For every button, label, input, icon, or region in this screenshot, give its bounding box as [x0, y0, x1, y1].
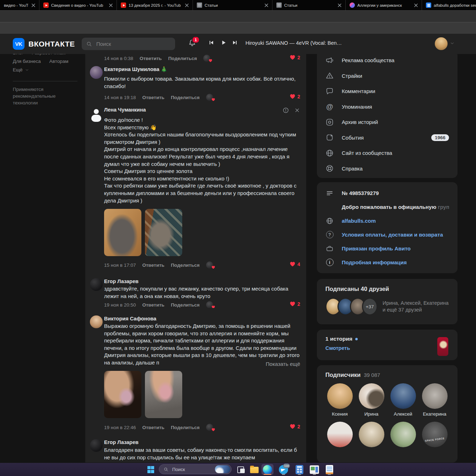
- menu-item-events[interactable]: События 1966: [317, 130, 458, 146]
- avatar[interactable]: [90, 278, 103, 291]
- notepad-button[interactable]: [323, 464, 335, 475]
- browser-tab[interactable]: 13 декабря 2025 г. - YouTub: [117, 0, 193, 10]
- like-button[interactable]: 2: [290, 54, 300, 60]
- notifications-button[interactable]: 1: [188, 38, 198, 49]
- sidebar-link-business[interactable]: Для бизнеса: [13, 59, 41, 64]
- now-playing-track[interactable]: Hiroyuki SAWANO — 4eVR (Vocal: Ben…: [245, 40, 363, 46]
- share-button[interactable]: Поделиться: [168, 56, 197, 61]
- comment-date[interactable]: 15 ноя в 17:07: [104, 263, 136, 268]
- subscriber-avatar[interactable]: [327, 422, 353, 447]
- reply-button[interactable]: Ответить: [142, 95, 164, 100]
- photo-attachment[interactable]: [145, 209, 182, 256]
- subscriber[interactable]: [356, 422, 387, 447]
- like-button[interactable]: 2: [290, 423, 300, 429]
- community-details-row[interactable]: i Подробная информация: [317, 255, 458, 269]
- comment-date[interactable]: 19 ноя в 22:46: [104, 425, 136, 430]
- browser-tab[interactable]: Статьи: [272, 0, 346, 10]
- share-button[interactable]: Поделиться: [171, 302, 200, 308]
- share-button[interactable]: Поделиться: [171, 425, 200, 430]
- avatar[interactable]: [90, 315, 103, 328]
- like-button[interactable]: 2: [290, 93, 300, 99]
- sidebar-more[interactable]: Ещё: [13, 67, 29, 72]
- details-link[interactable]: Подробная информация: [342, 259, 407, 265]
- sidebar-link-authors[interactable]: Авторам: [49, 59, 69, 64]
- subscriber-avatar[interactable]: [327, 383, 353, 409]
- subscriber[interactable]: SPACE FORCE: [419, 422, 450, 447]
- comment-author[interactable]: Екатерина Шумилова 🎄: [104, 66, 167, 72]
- comment-author[interactable]: Лена Чуманкина: [104, 107, 146, 113]
- comment-author[interactable]: Егор Лазарев: [104, 278, 139, 284]
- terms-link[interactable]: Условия оплаты, доставки и возврата: [342, 232, 443, 238]
- subscriber[interactable]: Екатерина: [419, 383, 450, 417]
- tab-close-icon[interactable]: [337, 3, 342, 8]
- avatar[interactable]: [90, 439, 103, 452]
- subscriber[interactable]: Алексей: [387, 383, 419, 417]
- menu-item-stories-archive[interactable]: Архив историй: [317, 114, 458, 130]
- comment-date[interactable]: 14 ноя в 0:38: [104, 56, 133, 61]
- like-button[interactable]: 2: [290, 301, 300, 307]
- share-button[interactable]: Поделиться: [171, 263, 200, 268]
- avito-link[interactable]: Привязан профиль Авито: [342, 245, 411, 251]
- subscriber[interactable]: Ирина: [356, 383, 387, 417]
- comment-date[interactable]: 19 ноя в 20:50: [104, 302, 136, 308]
- reply-button[interactable]: Ответить: [142, 263, 164, 268]
- subscriber-avatar[interactable]: [390, 422, 416, 447]
- calculator-button[interactable]: [293, 464, 305, 475]
- subscriber-avatar[interactable]: [390, 383, 416, 409]
- vk-brand[interactable]: ВКОНТАКТЕ: [28, 40, 75, 48]
- search-highlight-image[interactable]: [215, 465, 230, 473]
- task-view-button[interactable]: [234, 464, 247, 475]
- community-terms-row[interactable]: ? Условия оплаты, доставки и возврата: [317, 228, 458, 242]
- community-site-link[interactable]: alfabulls.com: [342, 218, 376, 224]
- start-button[interactable]: [145, 464, 157, 475]
- app-window-button[interactable]: [308, 464, 320, 475]
- edge-browser-button[interactable]: [261, 464, 274, 475]
- browser-tab[interactable]: видео - YouTub: [0, 0, 39, 10]
- tab-close-icon[interactable]: [31, 3, 36, 8]
- close-icon[interactable]: [294, 107, 300, 113]
- like-button[interactable]: 4: [290, 261, 300, 267]
- menu-item-comments[interactable]: Комментарии: [317, 83, 458, 99]
- browser-tab[interactable]: Статьи: [193, 0, 272, 10]
- photo-attachment[interactable]: [104, 371, 141, 418]
- comment-author[interactable]: Егор Лазарев: [104, 439, 139, 445]
- story-watch-link[interactable]: Смотреть: [325, 345, 449, 351]
- search-input[interactable]: [96, 40, 161, 47]
- story-thumbnail[interactable]: [437, 337, 448, 356]
- show-more-link[interactable]: Показать ещё: [263, 361, 300, 432]
- telegram-button[interactable]: 118: [277, 464, 290, 475]
- file-explorer-button[interactable]: [248, 464, 260, 475]
- subscriber-avatar[interactable]: SPACE FORCE: [422, 422, 448, 447]
- photo-attachment[interactable]: [145, 371, 182, 418]
- taskbar-search[interactable]: [159, 464, 232, 474]
- reply-button[interactable]: Ответить: [142, 425, 164, 430]
- report-icon[interactable]: [282, 107, 289, 114]
- comment-date[interactable]: 14 ноя в 19:18: [104, 95, 136, 100]
- share-button[interactable]: Поделиться: [171, 95, 200, 100]
- tab-close-icon[interactable]: [264, 3, 269, 8]
- tab-close-icon[interactable]: [413, 3, 418, 8]
- friends-subscribed-card[interactable]: Подписаны 40 друзей +37 Ирина, Алексей, …: [317, 279, 458, 324]
- reaction-chip[interactable]: [203, 54, 212, 62]
- menu-item-help[interactable]: Справка: [317, 161, 458, 177]
- tab-close-icon[interactable]: [184, 3, 189, 8]
- vk-logo[interactable]: VK: [13, 38, 25, 50]
- comment-author[interactable]: Виктория Сафонова: [104, 316, 156, 321]
- reply-button[interactable]: Ответить: [142, 302, 164, 308]
- player-prev-button[interactable]: [208, 39, 216, 46]
- menu-item-strikes[interactable]: Страйки: [317, 68, 458, 84]
- reaction-chip[interactable]: [206, 93, 215, 101]
- reply-button[interactable]: Ответить: [140, 56, 162, 61]
- subscriber-avatar[interactable]: [359, 422, 384, 447]
- browser-address-bar[interactable]: [0, 10, 476, 22]
- search-box[interactable]: [82, 38, 175, 50]
- chevron-down-icon[interactable]: [450, 41, 455, 47]
- browser-tab[interactable]: Аллергии у американск: [346, 0, 422, 10]
- friends-more-count[interactable]: +37: [362, 298, 378, 315]
- subscriber[interactable]: [387, 422, 419, 447]
- browser-tab[interactable]: alfabulls доработки seo - G: [422, 0, 476, 10]
- community-avito-row[interactable]: Привязан профиль Авито: [317, 242, 458, 255]
- avatar[interactable]: [90, 66, 103, 79]
- subscriber[interactable]: Ксения: [324, 383, 356, 417]
- taskbar-search-input[interactable]: [172, 466, 212, 472]
